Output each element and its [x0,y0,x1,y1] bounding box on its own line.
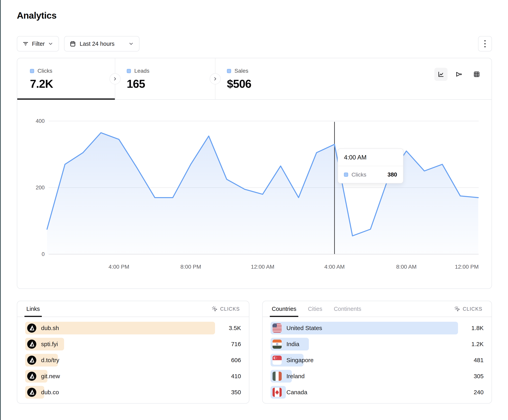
tooltip-legend-chip [344,173,348,177]
window-edge-strip [0,0,1,420]
row-value: 1.8K [471,325,484,332]
filter-button-label: Filter [32,41,45,47]
links-list: dub.sh3.5Kspti.fyi716d.to/try606git.new4… [17,317,249,398]
list-item-canada[interactable]: Canada240 [270,386,484,398]
line-chart-view-button[interactable] [434,68,448,81]
filter-button[interactable]: Filter [17,36,59,51]
dub-logo-icon [27,388,36,397]
clicks-area-chart[interactable]: 40020004:00 PM8:00 PM12:00 AM4:00 AM8:00… [17,100,492,289]
svg-text:12:00 PM: 12:00 PM [455,264,479,270]
row-value: 606 [231,357,241,363]
stats-row: Clicks 7.2K Leads 165 [17,58,492,100]
stat-value: 7.2K [30,77,115,90]
row-label: spti.fyi [41,341,58,348]
tab-cities[interactable]: Cities [308,301,322,317]
list-item-d-to-try[interactable]: d.to/try606 [25,354,241,367]
links-tabs: Links [26,301,40,317]
row-value: 240 [474,389,484,396]
row-value: 305 [474,373,484,380]
list-item-india[interactable]: India1.2K [270,338,484,350]
cursor-click-icon [212,306,218,312]
flag-us-wrap [273,324,282,333]
ireland-flag-icon [273,372,282,381]
svg-text:4:00 AM: 4:00 AM [324,264,345,270]
toolbar: Filter Last 24 hours [17,36,492,51]
stat-value: 165 [127,77,215,90]
tooltip-value: 380 [388,171,397,178]
row-label: Singapore [286,357,314,363]
row-value: 716 [231,341,241,348]
dub-logo-wrap [27,372,36,381]
stat-tab-clicks[interactable]: Clicks 7.2K [17,58,115,99]
row-label: git.new [41,373,60,380]
date-range-button[interactable]: Last 24 hours [64,36,139,51]
list-item-git-new[interactable]: git.new410 [25,370,241,383]
stat-label: Clicks [37,68,52,74]
svg-text:0: 0 [42,251,45,257]
stat-tab-leads[interactable]: Leads 165 [115,58,215,99]
countries-panel: CountriesCitiesContinents CLICKS United … [262,301,492,404]
flag-ie-wrap [273,372,282,381]
list-item-singapore[interactable]: Singapore481 [270,354,484,367]
analytics-card: Clicks 7.2K Leads 165 [17,58,492,289]
page-title: Analytics [17,10,492,21]
india-flag-icon [273,340,282,349]
table-view-button[interactable] [470,68,483,81]
svg-text:200: 200 [36,185,45,191]
links-panel: Links CLICKS dub.sh3.5Kspti.fyi716d.to/t… [17,301,249,404]
analytics-page: Analytics Filter Last 24 hours [17,10,492,404]
dub-logo-icon [27,324,36,333]
flag-sg-wrap [273,356,282,365]
filter-icon [22,41,29,47]
leads-legend-chip [127,69,131,73]
funnel-view-button[interactable] [452,68,465,81]
stat-label: Sales [234,68,248,74]
countries-metric[interactable]: CLICKS [454,301,482,317]
dub-logo-wrap [27,356,36,365]
chevron-down-icon [48,41,53,47]
dub-logo-icon [27,340,36,349]
row-value: 481 [474,357,484,363]
kebab-menu-icon [484,40,486,47]
svg-text:4:00 PM: 4:00 PM [109,264,129,270]
us-flag-icon [273,324,282,333]
countries-panel-header: CountriesCitiesContinents CLICKS [263,301,492,317]
tab-countries[interactable]: Countries [272,301,296,317]
dub-logo-wrap [27,340,36,349]
row-value: 410 [231,373,241,380]
list-item-ireland[interactable]: Ireland305 [270,370,484,383]
canada-flag-icon [273,388,282,397]
list-item-united-states[interactable]: United States1.8K [270,322,484,334]
tab-links[interactable]: Links [26,301,40,317]
list-item-dub-co[interactable]: dub.co350 [25,386,241,398]
flag-in-wrap [273,340,282,349]
breakdown-panels: Links CLICKS dub.sh3.5Kspti.fyi716d.to/t… [17,301,492,404]
svg-text:8:00 AM: 8:00 AM [396,264,417,270]
svg-text:8:00 PM: 8:00 PM [180,264,201,270]
countries-list: United States1.8KIndia1.2KSingapore481Ir… [263,317,492,398]
row-label: d.to/try [41,357,59,363]
row-label: Ireland [286,373,305,380]
svg-text:12:00 AM: 12:00 AM [251,264,274,270]
clicks-legend-chip [30,69,34,73]
tab-continents[interactable]: Continents [334,301,361,317]
sales-legend-chip [227,69,231,73]
list-item-spti-fyi[interactable]: spti.fyi716 [25,338,241,350]
row-label: Canada [286,389,307,396]
svg-text:400: 400 [36,118,45,124]
stat-label: Leads [134,68,149,74]
links-metric[interactable]: CLICKS [212,301,240,317]
cursor-click-icon [454,306,460,312]
date-range-label: Last 24 hours [80,41,114,47]
list-item-dub-sh[interactable]: dub.sh3.5K [25,322,241,334]
row-value: 1.2K [471,341,484,348]
dub-logo-wrap [27,324,36,333]
singapore-flag-icon [273,356,282,365]
more-options-button[interactable] [478,36,492,51]
countries-metric-label: CLICKS [463,306,482,312]
flag-ca-wrap [273,388,282,397]
calendar-icon [70,41,76,47]
chart-canvas: 40020004:00 PM8:00 PM12:00 AM4:00 AM8:00… [17,100,492,289]
row-label: India [286,341,299,348]
row-label: dub.co [41,389,59,396]
